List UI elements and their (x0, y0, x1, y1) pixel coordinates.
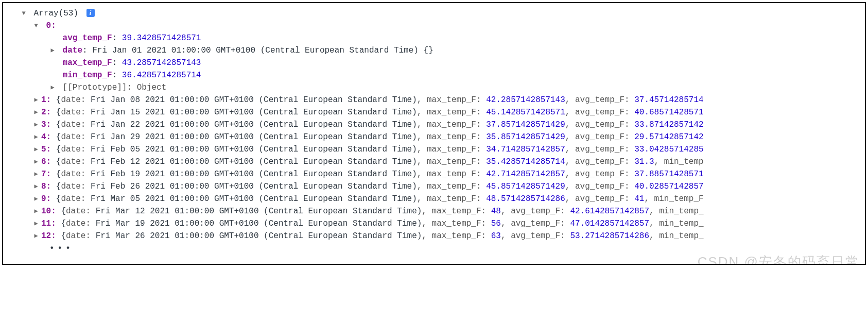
preview-key: , avg_temp_F: (565, 145, 634, 154)
object-property-row[interactable]: min_temp_F: 36.4285714285714 (8, 69, 860, 81)
preview-value: 41 (634, 194, 644, 204)
disclosure-triangle-icon[interactable] (49, 46, 56, 55)
property-value: 43.2857142857143 (122, 58, 201, 68)
disclosure-triangle-icon[interactable] (33, 170, 39, 179)
array-item-collapsed[interactable]: 4: {date: Fri Jan 29 2021 01:00:00 GMT+0… (8, 131, 860, 143)
preview-value: 37.88571428571 (634, 170, 703, 179)
preview-value: Fri Mar 05 2021 01:00:00 GMT+0100 (Centr… (91, 194, 417, 204)
disclosure-triangle-icon[interactable] (33, 194, 39, 204)
preview-value: Fri Mar 12 2021 01:00:00 GMT+0100 (Centr… (96, 207, 422, 216)
disclosure-triangle-icon[interactable] (33, 182, 39, 191)
preview-value: 42.7142857142857 (486, 170, 565, 179)
preview-key: date: (61, 170, 91, 179)
preview-value: Fri Feb 19 2021 01:00:00 GMT+0100 (Centr… (91, 170, 417, 179)
preview-key: , max_temp_F: (417, 170, 486, 179)
preview-value: 31.3 (634, 157, 654, 166)
preview-value: 45.1428571428571 (486, 108, 565, 117)
array-item-collapsed[interactable]: 10: {date: Fri Mar 12 2021 01:00:00 GMT+… (8, 205, 860, 217)
preview-trailing: , min_temp_ (649, 219, 704, 228)
array-item-collapsed[interactable]: 11: {date: Fri Mar 19 2021 01:00:00 GMT+… (8, 217, 860, 230)
preview-key: , avg_temp_F: (565, 95, 634, 105)
prototype-value: Object (137, 83, 167, 92)
empty-object: {} (424, 46, 433, 55)
preview-trailing: , min_temp_ (649, 207, 704, 216)
array-item-collapsed[interactable]: 1: {date: Fri Jan 08 2021 01:00:00 GMT+0… (8, 94, 860, 106)
preview-key: , max_temp_F: (422, 231, 491, 241)
preview-value: 37.45714285714 (634, 95, 703, 105)
preview-key: , avg_temp_F: (565, 194, 634, 204)
object-property-row[interactable]: avg_temp_F: 39.3428571428571 (8, 32, 860, 44)
property-key: date (63, 46, 82, 55)
preview-key: date: (66, 231, 96, 241)
preview-key: , max_temp_F: (417, 182, 486, 191)
property-value: Fri Jan 01 2021 01:00:00 GMT+0100 (Centr… (92, 46, 419, 55)
preview-key: , avg_temp_F: (565, 108, 634, 117)
disclosure-triangle-icon[interactable] (33, 207, 39, 216)
disclosure-triangle-icon[interactable] (33, 108, 39, 117)
array-item-collapsed[interactable]: 8: {date: Fri Feb 26 2021 01:00:00 GMT+0… (8, 180, 860, 193)
preview-value: 35.8571428571429 (486, 132, 565, 142)
prototype-row[interactable]: [[Prototype]]: Object (8, 81, 860, 94)
array-item-collapsed[interactable]: 12: {date: Fri Mar 26 2021 01:00:00 GMT+… (8, 230, 860, 242)
disclosure-triangle-icon[interactable] (33, 145, 39, 154)
object-property-row[interactable]: max_temp_F: 43.2857142857143 (8, 57, 860, 69)
preview-value: 45.8571428571429 (486, 182, 565, 191)
preview-key: , avg_temp_F: (565, 157, 634, 166)
preview-value: Fri Feb 26 2021 01:00:00 GMT+0100 (Centr… (91, 182, 417, 191)
preview-key: , avg_temp_F: (501, 207, 570, 216)
preview-value: 53.2714285714286 (570, 231, 649, 241)
array-index: 4 (41, 132, 46, 142)
array-item-collapsed[interactable]: 9: {date: Fri Mar 05 2021 01:00:00 GMT+0… (8, 193, 860, 205)
preview-key: , avg_temp_F: (501, 219, 570, 228)
disclosure-triangle-icon[interactable] (33, 219, 39, 228)
disclosure-triangle-icon[interactable] (33, 120, 39, 129)
preview-key: date: (66, 207, 96, 216)
preview-key: date: (61, 120, 91, 129)
preview-key: , max_temp_F: (417, 194, 486, 204)
preview-value: 33.04285714285 (634, 145, 703, 154)
disclosure-triangle-icon[interactable] (33, 157, 39, 166)
preview-key: date: (61, 132, 91, 142)
preview-value: 33.87142857142 (634, 120, 703, 129)
array-index: 3 (41, 120, 46, 129)
preview-key: , avg_temp_F: (501, 231, 570, 241)
array-item-collapsed[interactable]: 5: {date: Fri Feb 05 2021 01:00:00 GMT+0… (8, 143, 860, 156)
preview-value: Fri Jan 15 2021 01:00:00 GMT+0100 (Centr… (91, 108, 417, 117)
disclosure-triangle-icon[interactable] (33, 231, 39, 241)
array-type-label: Array (34, 9, 59, 18)
preview-trailing: , min_temp (654, 157, 704, 166)
disclosure-triangle-icon[interactable] (49, 83, 56, 92)
preview-value: 40.02857142857 (634, 182, 703, 191)
preview-key: , avg_temp_F: (565, 182, 634, 191)
disclosure-triangle-icon[interactable] (21, 9, 27, 18)
preview-value: Fri Jan 22 2021 01:00:00 GMT+0100 (Centr… (91, 120, 417, 129)
preview-key: date: (61, 145, 91, 154)
preview-key: date: (61, 157, 91, 166)
array-index: 2 (41, 108, 46, 117)
array-index: 0 (46, 21, 51, 30)
array-header[interactable]: Array(53) i (8, 7, 860, 20)
disclosure-triangle-icon[interactable] (33, 21, 39, 30)
console-output-panel: Array(53) i 0: avg_temp_F: 39.3428571428… (2, 2, 866, 265)
array-index: 7 (41, 170, 46, 179)
property-value: 36.4285714285714 (122, 71, 201, 80)
object-property-row[interactable]: date: Fri Jan 01 2021 01:00:00 GMT+0100 … (8, 44, 860, 57)
array-item-collapsed[interactable]: 2: {date: Fri Jan 15 2021 01:00:00 GMT+0… (8, 106, 860, 119)
info-icon[interactable]: i (86, 9, 95, 17)
array-item-collapsed[interactable]: 7: {date: Fri Feb 19 2021 01:00:00 GMT+0… (8, 168, 860, 180)
disclosure-triangle-icon[interactable] (33, 95, 39, 105)
preview-value: Fri Jan 08 2021 01:00:00 GMT+0100 (Centr… (91, 95, 417, 105)
array-item-collapsed[interactable]: 3: {date: Fri Jan 22 2021 01:00:00 GMT+0… (8, 119, 860, 131)
preview-value: Fri Mar 26 2021 01:00:00 GMT+0100 (Centr… (96, 231, 422, 241)
preview-key: , max_temp_F: (417, 95, 486, 105)
array-item-collapsed[interactable]: 6: {date: Fri Feb 12 2021 01:00:00 GMT+0… (8, 156, 860, 168)
array-item-0-header[interactable]: 0: (8, 20, 860, 32)
property-key: avg_temp_F (63, 33, 112, 43)
preview-value: 34.7142857142857 (486, 145, 565, 154)
preview-value: 42.6142857142857 (570, 207, 649, 216)
preview-trailing: , min_temp_ (649, 231, 704, 241)
truncation-ellipsis: ••• (8, 242, 860, 255)
preview-key: date: (61, 182, 91, 191)
preview-value: Fri Mar 19 2021 01:00:00 GMT+0100 (Centr… (96, 219, 422, 228)
disclosure-triangle-icon[interactable] (33, 132, 39, 142)
